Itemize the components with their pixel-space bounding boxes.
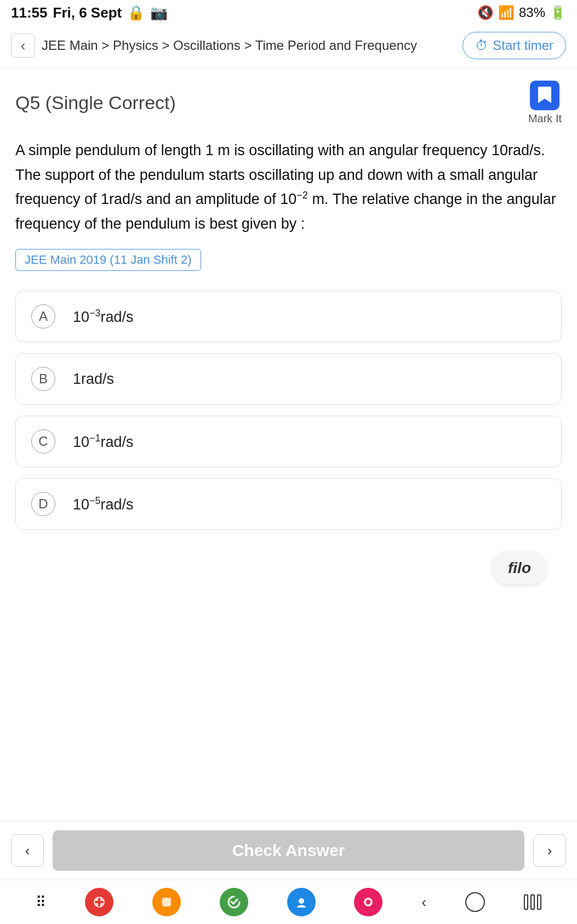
- option-c-letter: C: [31, 429, 55, 454]
- back-system-icon[interactable]: ‹: [421, 894, 426, 911]
- question-type: Q5 (Single Correct): [15, 92, 176, 114]
- option-c-text: 10−1rad/s: [73, 433, 134, 451]
- home-icon[interactable]: [465, 892, 485, 912]
- app-icon-green[interactable]: [220, 888, 248, 916]
- battery-icon: 🔋: [550, 5, 566, 20]
- next-button[interactable]: ›: [533, 834, 566, 867]
- option-b-text: 1rad/s: [73, 371, 114, 388]
- option-b-letter: B: [31, 367, 55, 391]
- back-button[interactable]: ‹: [11, 33, 35, 58]
- option-c[interactable]: C 10−1rad/s: [15, 416, 562, 467]
- prev-button[interactable]: ‹: [11, 834, 44, 867]
- question-text: A simple pendulum of length 1 m is oscil…: [15, 138, 562, 236]
- lock-icon: 🔒: [127, 4, 145, 21]
- svg-point-4: [299, 898, 304, 904]
- next-icon: ›: [547, 842, 552, 859]
- nav-bar: ‹ JEE Main > Physics > Oscillations > Ti…: [0, 24, 577, 67]
- check-answer-button[interactable]: Check Answer: [53, 830, 524, 871]
- mark-it-label: Mark It: [528, 112, 562, 125]
- question-tag: JEE Main 2019 (11 Jan Shift 2): [15, 249, 201, 271]
- start-timer-button[interactable]: ⏱ Start timer: [462, 32, 566, 59]
- svg-rect-2: [95, 901, 104, 903]
- svg-point-6: [366, 900, 370, 904]
- signal-icon: 📶: [498, 5, 515, 20]
- app-icon-red[interactable]: [85, 888, 113, 916]
- app-icon-orange[interactable]: [152, 888, 181, 916]
- option-d-letter: D: [31, 492, 55, 516]
- filo-button[interactable]: filo: [493, 552, 546, 585]
- battery-level: 83%: [519, 5, 545, 20]
- time: 11:55: [11, 4, 48, 21]
- bookmark-icon: [530, 81, 559, 110]
- start-timer-label: Start timer: [493, 38, 553, 53]
- app-icon-blue[interactable]: [287, 888, 316, 916]
- bottom-nav: ‹ Check Answer › ⠿ ‹: [0, 821, 577, 924]
- check-answer-bar: ‹ Check Answer ›: [0, 821, 577, 880]
- nav-left: ‹ JEE Main > Physics > Oscillations > Ti…: [11, 33, 417, 58]
- recents-icon[interactable]: [524, 894, 541, 910]
- screenshot-icon: 📷: [150, 4, 168, 21]
- status-left: 11:55 Fri, 6 Sept 🔒 📷: [11, 4, 168, 21]
- option-a[interactable]: A 10−3rad/s: [15, 291, 562, 342]
- status-right: 🔇 📶 83% 🔋: [477, 5, 566, 20]
- svg-rect-3: [162, 898, 171, 906]
- option-b[interactable]: B 1rad/s: [15, 353, 562, 405]
- filo-container: filo: [15, 552, 562, 600]
- back-icon: ‹: [21, 37, 26, 54]
- option-a-letter: A: [31, 304, 55, 328]
- option-d[interactable]: D 10−5rad/s: [15, 478, 562, 530]
- grid-icon[interactable]: ⠿: [36, 894, 46, 911]
- app-icon-pink[interactable]: [354, 888, 382, 916]
- breadcrumb: JEE Main > Physics > Oscillations > Time…: [42, 38, 417, 53]
- main-content: Q5 (Single Correct) Mark It A simple pen…: [0, 67, 577, 613]
- mark-it-button[interactable]: Mark It: [528, 81, 562, 125]
- status-bar: 11:55 Fri, 6 Sept 🔒 📷 🔇 📶 83% 🔋: [0, 0, 577, 24]
- prev-icon: ‹: [25, 842, 30, 859]
- system-nav: ⠿ ‹: [0, 880, 577, 924]
- option-d-text: 10−5rad/s: [73, 495, 134, 513]
- question-header: Q5 (Single Correct) Mark It: [15, 81, 562, 125]
- timer-icon: ⏱: [475, 38, 488, 53]
- option-a-text: 10−3rad/s: [73, 308, 134, 326]
- date: Fri, 6 Sept: [53, 4, 122, 21]
- options-container: A 10−3rad/s B 1rad/s C 10−1rad/s D 10−5r…: [15, 291, 562, 530]
- mute-icon: 🔇: [477, 5, 494, 20]
